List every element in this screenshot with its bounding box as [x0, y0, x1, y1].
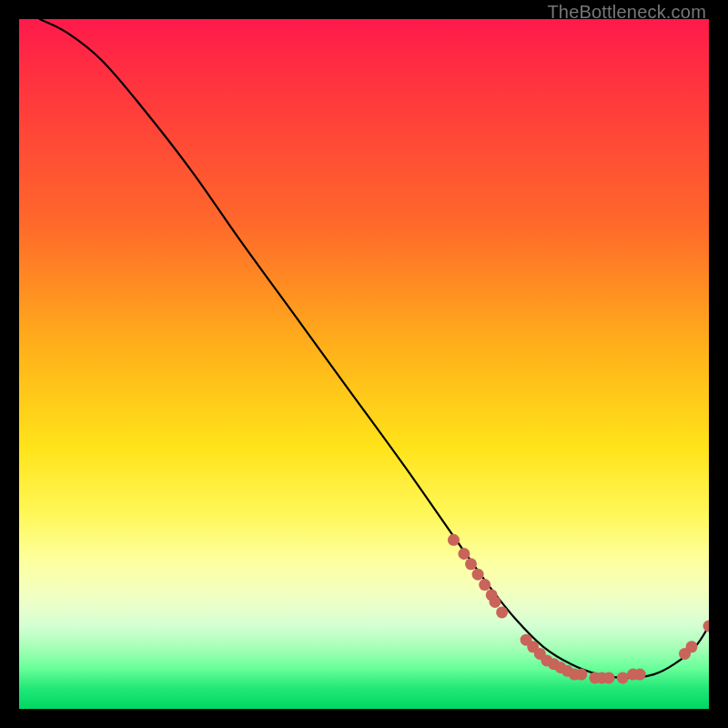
curve-marker — [703, 621, 710, 632]
curve-marker — [472, 569, 484, 581]
curve-marker — [458, 548, 470, 560]
curve-marker — [490, 596, 501, 608]
watermark-label: TheBottleneck.com — [547, 2, 706, 23]
curve-marker — [479, 579, 490, 591]
curve-marker — [448, 534, 460, 546]
curve-marker — [496, 606, 508, 618]
curve-marker — [617, 672, 629, 683]
chart-svg — [19, 19, 709, 709]
curve-marker — [575, 669, 587, 681]
curve-markers — [448, 534, 709, 684]
chart-frame: TheBottleneck.com — [0, 0, 728, 728]
bottleneck-curve — [40, 19, 709, 678]
curve-marker — [634, 669, 646, 681]
curve-marker — [465, 558, 477, 570]
curve-marker — [686, 641, 698, 652]
curve-marker — [603, 672, 615, 683]
